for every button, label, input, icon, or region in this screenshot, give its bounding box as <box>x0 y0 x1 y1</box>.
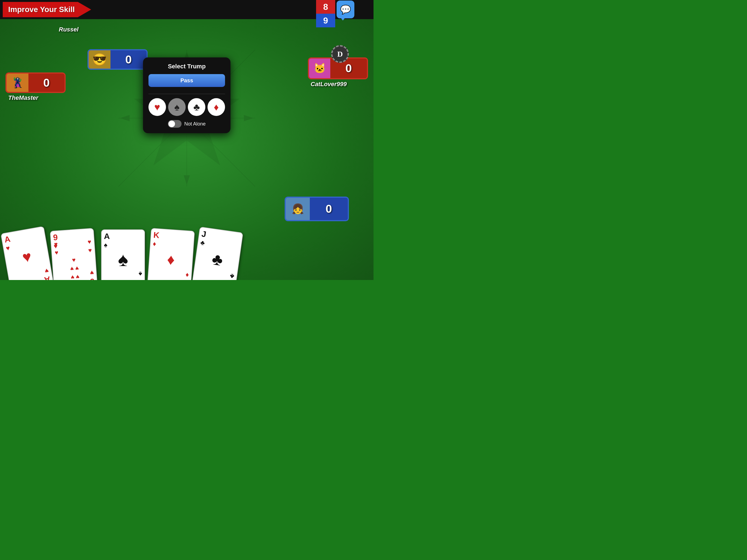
clubs-icon: ♣ <box>193 101 200 113</box>
diamonds-icon: ♦ <box>214 101 219 113</box>
card-jack-clubs[interactable]: J♣ ♣ J♣ <box>191 227 243 280</box>
catlover-avatar: 🐱 <box>309 57 330 79</box>
bottom-score: 0 <box>321 202 336 215</box>
themaster-score: 0 <box>39 76 54 90</box>
player-themaster-area: 🦹 0 TheMaster <box>5 73 66 100</box>
russel-avatar: 😎 <box>88 49 110 70</box>
score-blue: 9 <box>316 14 335 27</box>
russel-name: Russel <box>59 26 78 33</box>
card-pips-2: ♥ ♥ ♥ ♥ ♥ ♥ ♥ ♥ ♥ <box>54 238 94 280</box>
hearts-button[interactable]: ♥ <box>149 98 166 116</box>
player-russel-area: 😎 0 Russel <box>44 25 63 32</box>
diamonds-button[interactable]: ♦ <box>208 98 225 116</box>
dealer-chip-label: D <box>337 50 343 58</box>
not-alone-label: Not Alone <box>184 121 206 127</box>
card-rank-bottom-4: K♦ <box>182 271 189 280</box>
skill-banner: Improve Your Skill <box>3 2 91 17</box>
spades-button[interactable]: ♠ <box>168 98 186 116</box>
spades-icon: ♠ <box>174 101 179 113</box>
russel-avatar-icon: 😎 <box>93 53 107 66</box>
hearts-icon: ♥ <box>154 101 160 113</box>
player-themaster-card: 🦹 0 <box>5 73 66 93</box>
trump-dialog: Select Trump Pass ♥ ♠ ♣ ♦ Not Alone <box>143 57 231 133</box>
card-suit-center-4: ♦ <box>166 251 175 269</box>
banner-title: Improve Your Skill <box>8 5 75 14</box>
catlover-score: 0 <box>341 62 356 75</box>
bottom-avatar: 👧 <box>286 197 310 221</box>
trump-dialog-title: Select Trump <box>149 63 225 70</box>
card-rank-top-4: K♦ <box>153 231 192 250</box>
card-rank-top-5: J♣ <box>200 230 240 251</box>
card-rank-top-3: A♠ <box>104 232 142 249</box>
chat-icon: 💬 <box>340 4 351 15</box>
toggle-knob <box>169 121 175 127</box>
svg-marker-6 <box>184 176 189 184</box>
clubs-button[interactable]: ♣ <box>188 98 205 116</box>
bottom-avatar-icon: 👧 <box>292 203 304 215</box>
suit-buttons-area: ♥ ♠ ♣ ♦ <box>149 98 225 116</box>
score-red: 8 <box>316 0 335 14</box>
dealer-chip: D <box>331 45 349 63</box>
not-alone-area: Not Alone <box>149 120 225 128</box>
themaster-name: TheMaster <box>8 94 68 101</box>
score-area: 8 9 💬 <box>316 0 354 27</box>
svg-marker-8 <box>244 116 252 121</box>
card-rank-bottom-1: A♥ <box>42 267 51 280</box>
card-rank-bottom-5: J♣ <box>228 272 235 280</box>
score-box: 8 9 <box>316 0 335 27</box>
russel-score: 0 <box>121 53 136 66</box>
cards-area: A♥ ♥ A♥ 9♥ ♥ ♥ ♥ ♥ ♥ ♥ ♥ ♥ ♥ 9♥ A♠ ♠ A♠ … <box>0 219 374 280</box>
card-ace-hearts[interactable]: A♥ ♥ A♥ <box>1 226 54 280</box>
card-nine-hearts[interactable]: 9♥ ♥ ♥ ♥ ♥ ♥ ♥ ♥ ♥ ♥ 9♥ <box>50 228 98 280</box>
chat-button[interactable]: 💬 <box>337 1 354 18</box>
themaster-avatar-icon: 🦹 <box>11 77 24 88</box>
svg-marker-7 <box>121 116 129 121</box>
card-ace-spades[interactable]: A♠ ♠ A♠ <box>101 229 145 280</box>
themaster-avatar: 🦹 <box>6 73 28 93</box>
player-bottom-card: 👧 0 <box>285 197 349 221</box>
pass-button[interactable]: Pass <box>149 74 225 87</box>
catlover-avatar-icon: 🐱 <box>314 62 326 74</box>
not-alone-toggle[interactable] <box>168 120 182 128</box>
card-suit-center-5: ♣ <box>211 249 224 270</box>
card-rank-bottom-2: 9♥ <box>89 269 95 280</box>
player-russel-card: 😎 0 <box>87 49 148 70</box>
card-king-diamonds[interactable]: K♦ ♦ K♦ <box>147 228 195 280</box>
card-suit-center-3: ♠ <box>118 249 128 271</box>
catlover-name: CatLover999 <box>311 81 371 88</box>
card-rank-bottom-3: A♠ <box>136 271 142 280</box>
player-bottom-area: 👧 0 <box>285 197 349 221</box>
